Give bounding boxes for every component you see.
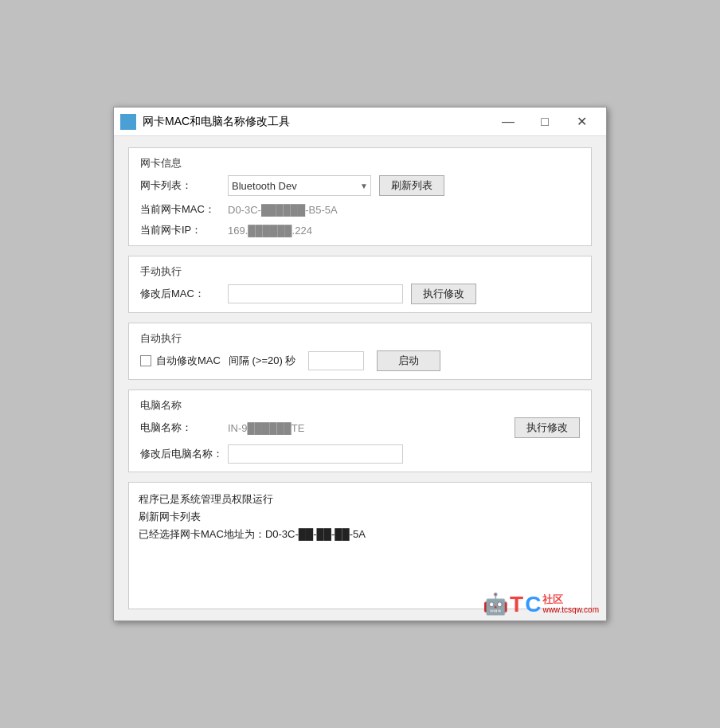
current-mac-value: D0-3C-██████-B5-5A [228, 204, 580, 216]
start-button[interactable]: 启动 [377, 350, 440, 371]
computer-name-group: 电脑名称 电脑名称： IN-9██████TE 执行修改 修改后电脑名称： [128, 389, 592, 472]
log-line-2: 刷新网卡列表 [139, 508, 581, 526]
log-line-1: 程序已是系统管理员权限运行 [139, 491, 581, 508]
manual-mac-row: 修改后MAC： 执行修改 [140, 284, 580, 304]
auto-mac-checkbox[interactable] [140, 355, 151, 366]
nic-dropdown[interactable]: Bluetooth Dev [228, 175, 371, 196]
close-button[interactable]: ✕ [563, 108, 600, 136]
auto-section-title: 自动执行 [140, 331, 580, 346]
interval-input[interactable] [308, 351, 364, 370]
manual-mac-label: 修改后MAC： [140, 287, 228, 301]
auto-mac-label: 自动修改MAC [156, 354, 221, 368]
logo-c: C [525, 593, 541, 616]
app-icon [120, 114, 136, 130]
computer-name-label: 电脑名称： [140, 421, 228, 435]
current-mac-row: 当前网卡MAC： D0-3C-██████-B5-5A [140, 202, 580, 217]
current-ip-label: 当前网卡IP： [140, 223, 228, 237]
auto-section-group: 自动执行 自动修改MAC 间隔 (>=20) 秒 启动 [128, 323, 592, 380]
content-area: 网卡信息 网卡列表： Bluetooth Dev ▼ 刷新列表 [114, 136, 606, 620]
logo-site: www.tcsqw.com [542, 605, 599, 615]
nic-list-row: 网卡列表： Bluetooth Dev ▼ 刷新列表 [140, 175, 580, 196]
current-ip-row: 当前网卡IP： 169.██████.224 [140, 223, 580, 237]
nic-dropdown-container: Bluetooth Dev ▼ [228, 175, 371, 196]
manual-execute-button[interactable]: 执行修改 [411, 284, 476, 304]
logo-text: 社区 www.tcsqw.com [542, 593, 599, 616]
manual-mac-input[interactable] [228, 284, 403, 303]
current-ip-value: 169.██████.224 [228, 225, 580, 237]
computer-name-row: 电脑名称： IN-9██████TE 执行修改 [140, 417, 580, 438]
watermark: 🤖 T C 社区 www.tcsqw.com [483, 592, 599, 616]
maximize-button[interactable]: □ [526, 108, 563, 136]
logo-t: T [510, 593, 523, 616]
computer-name-section-title: 电脑名称 [140, 398, 580, 413]
nic-info-group: 网卡信息 网卡列表： Bluetooth Dev ▼ 刷新列表 [128, 147, 592, 246]
auto-checkbox-row: 自动修改MAC 间隔 (>=20) 秒 启动 [140, 350, 440, 371]
minimize-button[interactable]: — [490, 108, 526, 136]
titlebar: 网卡MAC和电脑名称修改工具 — □ ✕ [114, 108, 606, 136]
log-box: 程序已是系统管理员权限运行 刷新网卡列表 已经选择网卡MAC地址为：D0-3C-… [128, 482, 592, 609]
new-computer-name-input[interactable] [228, 444, 403, 464]
interval-label: 间隔 (>=20) 秒 [229, 354, 296, 368]
main-window: 网卡MAC和电脑名称修改工具 — □ ✕ 网卡信息 网卡列表： Bluetoo [113, 107, 607, 621]
logo-community: 社区 [542, 593, 599, 606]
computer-execute-button[interactable]: 执行修改 [515, 417, 580, 438]
current-mac-label: 当前网卡MAC： [140, 202, 228, 217]
refresh-list-button[interactable]: 刷新列表 [379, 175, 444, 196]
new-computer-name-label: 修改后电脑名称： [140, 447, 228, 461]
titlebar-buttons: — □ ✕ [490, 108, 600, 136]
auto-mac-row: 自动修改MAC 间隔 (>=20) 秒 启动 [140, 350, 580, 371]
computer-name-value: IN-9██████TE [228, 422, 515, 434]
new-computer-name-row: 修改后电脑名称： [140, 444, 580, 464]
manual-section-group: 手动执行 修改后MAC： 执行修改 [128, 256, 592, 313]
nic-section-title: 网卡信息 [140, 156, 580, 170]
nic-list-label: 网卡列表： [140, 178, 228, 193]
robot-icon: 🤖 [483, 592, 508, 616]
nic-dropdown-wrap: Bluetooth Dev ▼ 刷新列表 [228, 175, 444, 196]
log-line-3: 已经选择网卡MAC地址为：D0-3C-██-██-██-5A [139, 526, 581, 543]
manual-section-title: 手动执行 [140, 264, 580, 279]
window-title: 网卡MAC和电脑名称修改工具 [143, 115, 490, 129]
